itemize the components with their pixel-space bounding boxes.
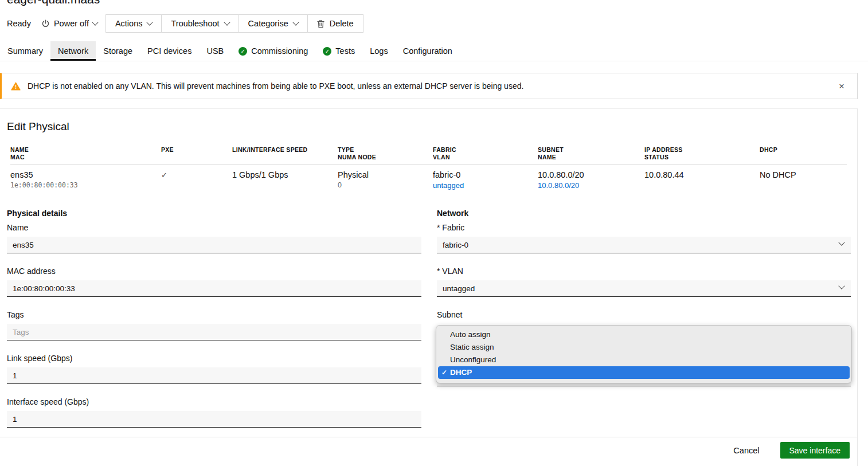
col-fabric-vlan: FABRICVLAN: [433, 146, 538, 160]
table-row: ens35 1e:00:80:00:00:33 ✓ 1 Gbps/1 Gbps …: [10, 165, 847, 196]
mac-field-group: MAC address: [7, 267, 421, 297]
interface-mac: 1e:00:80:00:00:33: [10, 182, 161, 189]
chevron-down-icon: [224, 19, 230, 25]
selected-check-icon: ✓: [441, 366, 447, 379]
cell-dhcp: No DHCP: [760, 171, 847, 189]
tab-label: Tests: [335, 46, 355, 56]
physical-details-heading: Physical details: [7, 209, 421, 219]
action-button-group: Actions Troubleshoot Categorise Delete: [105, 14, 363, 33]
tab-label: Commissioning: [251, 46, 308, 56]
categorise-button-label: Categorise: [248, 19, 288, 28]
subnet-link[interactable]: 10.0.80.0/20: [538, 182, 644, 189]
fabric-field-group: * Fabric fabric-0: [437, 223, 851, 253]
cell-speed: 1 Gbps/1 Gbps: [232, 171, 338, 189]
col-type-numa: TYPENUMA NODE: [338, 146, 433, 160]
physical-details-column: Physical details Name MAC address Tags L…: [7, 209, 421, 428]
numa-node: 0: [338, 182, 433, 189]
save-interface-button[interactable]: Save interface: [780, 442, 850, 459]
chevron-down-icon: [838, 283, 844, 289]
power-menu[interactable]: Power off: [41, 19, 97, 28]
delete-button-label: Delete: [330, 19, 354, 28]
cell-name-mac: ens35 1e:00:80:00:00:33: [10, 171, 161, 189]
tab-network[interactable]: Network: [50, 41, 96, 61]
warning-message: DHCP is not enabled on any VLAN. This wi…: [28, 81, 523, 91]
subnet-option-static-assign[interactable]: Static assign: [438, 341, 850, 354]
delete-button[interactable]: Delete: [307, 15, 363, 32]
tab-label: Network: [58, 46, 88, 56]
tab-label: PCI devices: [147, 46, 191, 56]
chevron-down-icon: [92, 19, 98, 25]
cancel-button[interactable]: Cancel: [730, 445, 763, 456]
tab-label: Logs: [370, 46, 388, 56]
subnet-option-dhcp-label: DHCP: [450, 368, 472, 377]
tab-configuration[interactable]: Configuration: [396, 41, 460, 61]
mac-input[interactable]: [7, 280, 421, 297]
actions-button[interactable]: Actions: [106, 15, 162, 32]
tab-summary[interactable]: Summary: [0, 41, 50, 61]
subnet-option-unconfigured[interactable]: Unconfigured: [438, 354, 850, 366]
subnet-label: Subnet: [437, 310, 851, 320]
dhcp-warning-banner: DHCP is not enabled on any VLAN. This wi…: [0, 73, 858, 99]
col-ip-status: IP ADDRESSSTATUS: [644, 146, 760, 160]
vlan-select[interactable]: untagged: [437, 280, 851, 297]
link-speed-field-group: Link speed (Gbps): [7, 354, 421, 384]
power-icon: [41, 19, 50, 28]
pxe-check-icon: ✓: [161, 171, 232, 179]
interface-speed-label: Interface speed (Gbps): [7, 397, 421, 408]
mac-label: MAC address: [7, 267, 421, 277]
tags-field-group: Tags: [7, 310, 421, 340]
tab-pci-devices[interactable]: PCI devices: [140, 41, 199, 61]
tags-label: Tags: [7, 310, 421, 320]
chevron-down-icon: [147, 19, 153, 25]
status-badge: Ready: [7, 19, 31, 28]
vlan-link[interactable]: untagged: [433, 182, 538, 189]
tab-storage[interactable]: Storage: [96, 41, 140, 61]
tab-tests[interactable]: ✓ Tests: [315, 41, 362, 61]
vlan-select-value: untagged: [443, 284, 475, 293]
link-speed-input[interactable]: [7, 367, 421, 384]
vlan-label: * VLAN: [437, 267, 851, 277]
page-title: eager-quail.maas: [7, 0, 868, 6]
tab-logs[interactable]: Logs: [362, 41, 395, 61]
troubleshoot-button[interactable]: Troubleshoot: [161, 15, 238, 32]
tab-usb[interactable]: USB: [199, 41, 231, 61]
subnet-dropdown-menu: Auto assign Static assign Unconfigured ✓…: [436, 325, 852, 383]
machine-header-controls: Ready Power off Actions Troubleshoot Cat…: [7, 14, 868, 33]
cell-type-numa: Physical 0: [338, 171, 433, 189]
close-icon[interactable]: ×: [835, 81, 848, 92]
fabric-select[interactable]: fabric-0: [437, 237, 851, 253]
name-input[interactable]: [7, 237, 421, 253]
subnet-option-dhcp[interactable]: ✓ DHCP: [438, 366, 850, 379]
tab-label: Storage: [103, 46, 132, 56]
tags-input[interactable]: [7, 324, 421, 340]
warning-icon: [11, 82, 21, 91]
chevron-down-icon: [292, 19, 299, 25]
interface-speed-field-group: Interface speed (Gbps): [7, 397, 421, 428]
tab-commissioning[interactable]: ✓ Commissioning: [231, 41, 315, 61]
interface-speed-input[interactable]: [7, 411, 421, 428]
trash-icon: [317, 19, 324, 28]
cell-fabric-vlan: fabric-0 untagged: [433, 171, 538, 189]
chevron-down-icon: [838, 239, 844, 245]
success-check-icon: ✓: [238, 47, 247, 56]
tab-label: Configuration: [403, 46, 452, 56]
fabric-select-value: fabric-0: [443, 241, 468, 249]
fabric-label: * Fabric: [437, 223, 851, 233]
col-pxe: PXE: [161, 146, 232, 160]
panel-title: Edit Physical: [7, 120, 850, 134]
troubleshoot-button-label: Troubleshoot: [171, 19, 219, 28]
name-field-group: Name: [7, 223, 421, 253]
vlan-field-group: * VLAN untagged: [437, 267, 851, 297]
name-label: Name: [7, 223, 421, 233]
subnet-option-auto-assign[interactable]: Auto assign: [438, 328, 850, 341]
network-column: Network * Fabric fabric-0 * VLAN untagge…: [437, 209, 851, 428]
tab-label: Summary: [7, 46, 43, 56]
power-label: Power off: [54, 19, 89, 28]
interface-table: NAMEMAC PXE LINK/INTERFACE SPEED TYPENUM…: [7, 146, 850, 196]
categorise-button[interactable]: Categorise: [238, 15, 307, 32]
form-actions: Cancel Save interface: [7, 437, 850, 459]
link-speed-label: Link speed (Gbps): [7, 354, 421, 364]
success-check-icon: ✓: [323, 47, 331, 56]
machine-tabs: Summary Network Storage PCI devices USB …: [0, 41, 868, 61]
cell-subnet-name: 10.0.80.0/20 10.0.80.0/20: [538, 171, 644, 189]
